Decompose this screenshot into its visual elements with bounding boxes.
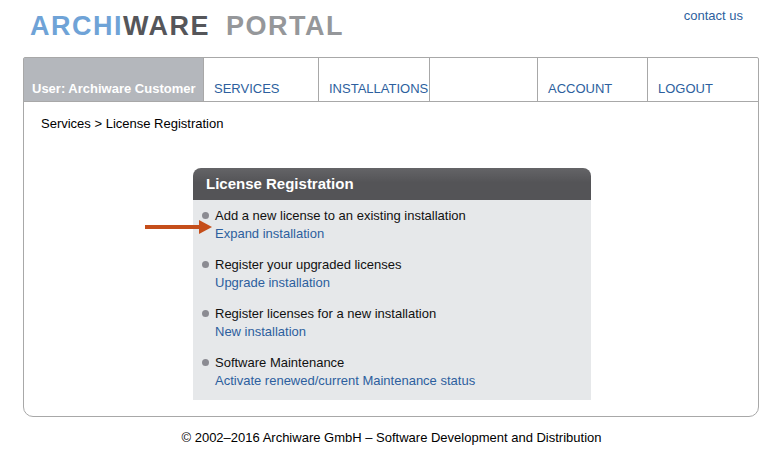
- nav-tab-logout[interactable]: LOGOUT: [647, 58, 758, 101]
- license-option-label: Register your upgraded licenses: [215, 257, 401, 272]
- license-option: Add a new license to an existing install…: [202, 208, 581, 241]
- breadcrumb: Services > License Registration: [24, 102, 758, 131]
- content-frame: User: Archiware Customer SERVICES INSTAL…: [23, 57, 759, 417]
- license-option-label: Add a new license to an existing install…: [215, 208, 466, 223]
- license-option: Software MaintenanceActivate renewed/cur…: [202, 355, 581, 388]
- nav-tab-installations[interactable]: INSTALLATIONS: [318, 58, 429, 101]
- bullet-icon: [202, 310, 209, 317]
- license-option-text: Add a new license to an existing install…: [202, 208, 581, 223]
- nav-tab-spacer: [429, 58, 537, 101]
- logo-portal: PORTAL: [226, 11, 344, 41]
- highlight-arrow-icon: [145, 219, 215, 235]
- archiware-portal-logo: ARCHIWAREPORTAL: [30, 11, 344, 42]
- logo-ware: WARE: [123, 11, 210, 41]
- main-navigation: User: Archiware Customer SERVICES INSTAL…: [24, 58, 758, 102]
- bullet-icon: [202, 359, 209, 366]
- copyright-footer: © 2002–2016 Archiware GmbH – Software De…: [0, 430, 783, 445]
- nav-tab-account[interactable]: ACCOUNT: [537, 58, 647, 101]
- license-option-text: Register licenses for a new installation: [202, 306, 581, 321]
- bullet-icon: [202, 261, 209, 268]
- license-option: Register your upgraded licensesUpgrade i…: [202, 257, 581, 290]
- logged-in-user-label: User: Archiware Customer: [24, 58, 203, 101]
- license-option-link[interactable]: Upgrade installation: [215, 275, 581, 290]
- license-option-label: Software Maintenance: [215, 355, 344, 370]
- nav-tab-services[interactable]: SERVICES: [203, 58, 318, 101]
- bullet-icon: [202, 212, 209, 219]
- license-option-link[interactable]: New installation: [215, 324, 581, 339]
- license-option-text: Software Maintenance: [202, 355, 581, 370]
- license-option: Register licenses for a new installation…: [202, 306, 581, 339]
- license-option-label: Register licenses for a new installation: [215, 306, 436, 321]
- contact-us-link[interactable]: contact us: [684, 8, 743, 23]
- license-registration-panel: License Registration Add a new license t…: [193, 168, 591, 400]
- panel-title: License Registration: [193, 168, 591, 200]
- logo-archi: ARCHI: [30, 11, 123, 41]
- license-option-link[interactable]: Activate renewed/current Maintenance sta…: [215, 373, 581, 388]
- license-option-link[interactable]: Expand installation: [215, 226, 581, 241]
- license-option-text: Register your upgraded licenses: [202, 257, 581, 272]
- license-options-list: Add a new license to an existing install…: [193, 200, 591, 400]
